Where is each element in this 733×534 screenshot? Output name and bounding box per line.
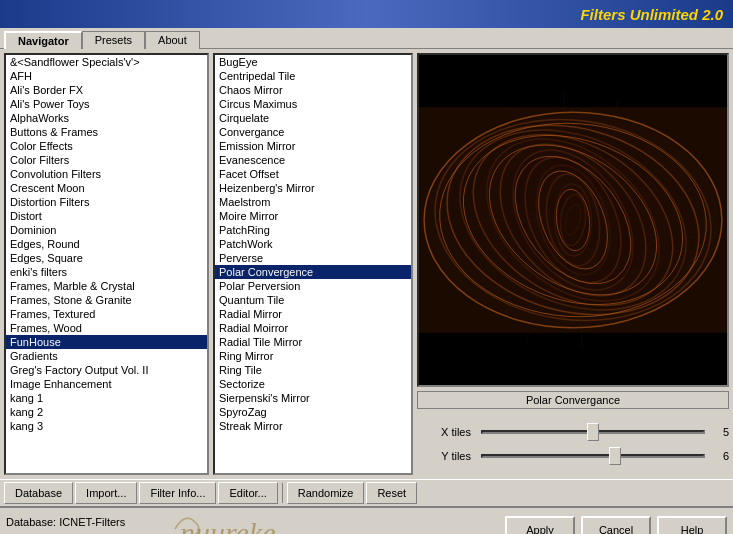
preview-image	[419, 55, 727, 385]
tab-about[interactable]: About	[145, 31, 200, 49]
filter-item[interactable]: Sierpenski's Mirror	[215, 391, 411, 405]
cancel-button[interactable]: Cancel	[581, 516, 651, 535]
editor-button[interactable]: Editor...	[218, 482, 277, 504]
category-item[interactable]: Convolution Filters	[6, 167, 207, 181]
filter-item[interactable]: Radial Tile Mirror	[215, 335, 411, 349]
filter-item[interactable]: Radial Mirror	[215, 307, 411, 321]
category-item[interactable]: FunHouse	[6, 335, 207, 349]
category-item[interactable]: Gradients	[6, 349, 207, 363]
category-item[interactable]: Frames, Marble & Crystal	[6, 279, 207, 293]
category-item[interactable]: Ali's Border FX	[6, 83, 207, 97]
filter-item[interactable]: SpyroZag	[215, 405, 411, 419]
category-item[interactable]: Color Filters	[6, 153, 207, 167]
y-tiles-label: Y tiles	[417, 450, 477, 462]
category-item[interactable]: kang 1	[6, 391, 207, 405]
filter-item[interactable]: Convergance	[215, 125, 411, 139]
category-item[interactable]: Color Effects	[6, 139, 207, 153]
category-item[interactable]: Frames, Stone & Granite	[6, 293, 207, 307]
y-tiles-thumb[interactable]	[609, 447, 621, 465]
filter-item[interactable]: Facet Offset	[215, 167, 411, 181]
category-item[interactable]: Ali's Power Toys	[6, 97, 207, 111]
apply-button[interactable]: Apply	[505, 516, 575, 535]
filter-item[interactable]: Heizenberg's Mirror	[215, 181, 411, 195]
category-item[interactable]: &<Sandflower Specials'v'>	[6, 55, 207, 69]
x-tiles-row: X tiles 5	[417, 421, 729, 443]
preview-label: Polar Convergance	[417, 391, 729, 409]
database-button[interactable]: Database	[4, 482, 73, 504]
randomize-button[interactable]: Randomize	[287, 482, 365, 504]
category-item[interactable]: kang 3	[6, 419, 207, 433]
database-value: ICNET-Filters	[59, 516, 125, 528]
x-tiles-thumb[interactable]	[587, 423, 599, 441]
category-item[interactable]: Dominion	[6, 223, 207, 237]
sliders-area: X tiles 5 Y tiles 6	[417, 413, 729, 475]
category-list[interactable]: &<Sandflower Specials'v'>AFHAli's Border…	[4, 53, 209, 475]
filter-item[interactable]: Circus Maximus	[215, 97, 411, 111]
filter-item[interactable]: Maelstrom	[215, 195, 411, 209]
bottom-toolbar: Database Import... Filter Info... Editor…	[0, 479, 733, 507]
category-item[interactable]: enki's filters	[6, 265, 207, 279]
status-bar: Database: ICNET-Filters Filters: 649 nuu…	[0, 507, 733, 534]
filter-item[interactable]: PatchRing	[215, 223, 411, 237]
y-tiles-track[interactable]	[481, 454, 705, 458]
filter-list[interactable]: BugEyeCentripedal TileChaos MirrorCircus…	[213, 53, 413, 475]
category-item[interactable]: Frames, Textured	[6, 307, 207, 321]
category-item[interactable]: Greg's Factory Output Vol. II	[6, 363, 207, 377]
filter-item[interactable]: Centripedal Tile	[215, 69, 411, 83]
preview-container	[417, 53, 729, 387]
category-item[interactable]: AFH	[6, 69, 207, 83]
filter-item[interactable]: Ring Tile	[215, 363, 411, 377]
reset-button[interactable]: Reset	[366, 482, 417, 504]
filter-item[interactable]: Quantum Tile	[215, 293, 411, 307]
filter-item[interactable]: Evanescence	[215, 153, 411, 167]
category-item[interactable]: Distortion Filters	[6, 195, 207, 209]
x-tiles-value: 5	[709, 426, 729, 438]
filter-item[interactable]: Streak Mirror	[215, 419, 411, 433]
category-item[interactable]: Crescent Moon	[6, 181, 207, 195]
filter-item[interactable]: Ring Mirror	[215, 349, 411, 363]
category-item[interactable]: Image Enhancement	[6, 377, 207, 391]
help-button[interactable]: Help	[657, 516, 727, 535]
category-item[interactable]: Edges, Square	[6, 251, 207, 265]
category-item[interactable]: Frames, Wood	[6, 321, 207, 335]
action-buttons: Apply Cancel Help	[505, 516, 727, 535]
database-label: Database:	[6, 516, 56, 528]
filter-item[interactable]: Moire Mirror	[215, 209, 411, 223]
filter-item[interactable]: PatchWork	[215, 237, 411, 251]
category-item[interactable]: Buttons & Frames	[6, 125, 207, 139]
filter-item[interactable]: Perverse	[215, 251, 411, 265]
import-button[interactable]: Import...	[75, 482, 137, 504]
filter-item[interactable]: Cirquelate	[215, 111, 411, 125]
filter-item[interactable]: Emission Mirror	[215, 139, 411, 153]
category-item[interactable]: Distort	[6, 209, 207, 223]
category-item[interactable]: Edges, Round	[6, 237, 207, 251]
filter-item[interactable]: BugEye	[215, 55, 411, 69]
right-panel: Polar Convergance X tiles 5 Y tiles 6	[417, 53, 729, 475]
category-item[interactable]: kang 2	[6, 405, 207, 419]
filter-item[interactable]: Radial Moirror	[215, 321, 411, 335]
y-tiles-value: 6	[709, 450, 729, 462]
title-bar: Filters Unlimited 2.0	[0, 0, 733, 28]
x-tiles-track[interactable]	[481, 430, 705, 434]
tab-presets[interactable]: Presets	[82, 31, 145, 49]
filter-item[interactable]: Sectorize	[215, 377, 411, 391]
filter-item[interactable]: Polar Perversion	[215, 279, 411, 293]
filter-item[interactable]: Chaos Mirror	[215, 83, 411, 97]
filter-info-button[interactable]: Filter Info...	[139, 482, 216, 504]
x-tiles-label: X tiles	[417, 426, 477, 438]
category-item[interactable]: AlphaWorks	[6, 111, 207, 125]
tab-bar: Navigator Presets About	[0, 28, 733, 49]
main-content: &<Sandflower Specials'v'>AFHAli's Border…	[0, 49, 733, 479]
app-title: Filters Unlimited 2.0	[580, 6, 723, 23]
toolbar-separator	[282, 483, 283, 503]
filter-item[interactable]: Polar Convergence	[215, 265, 411, 279]
y-tiles-row: Y tiles 6	[417, 445, 729, 467]
tab-navigator[interactable]: Navigator	[4, 31, 82, 49]
